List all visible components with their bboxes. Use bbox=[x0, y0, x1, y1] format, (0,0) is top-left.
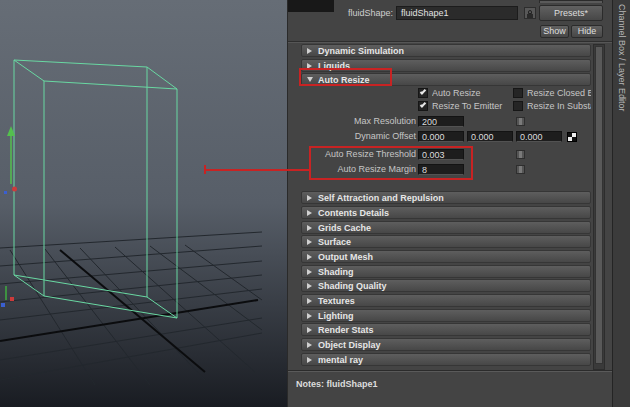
fluidshape-name-input[interactable]: fluidShape1 bbox=[396, 6, 518, 20]
chevron-right-icon bbox=[307, 254, 312, 260]
checkbox-label: Auto Resize bbox=[432, 87, 510, 100]
chevron-right-icon bbox=[307, 239, 312, 245]
checkbox-label: Resize Closed B bbox=[527, 87, 591, 100]
viewport-canvas bbox=[0, 0, 287, 407]
threshold-slider[interactable] bbox=[516, 150, 525, 159]
auto-resize-checkbox[interactable] bbox=[418, 88, 428, 98]
chevron-right-icon bbox=[307, 298, 312, 304]
chevron-right-icon bbox=[307, 283, 312, 289]
section-label: Dynamic Simulation bbox=[318, 46, 404, 56]
max-resolution-field[interactable]: 200 bbox=[418, 116, 464, 127]
section-mental-ray[interactable]: mental ray bbox=[301, 353, 591, 366]
section-object-display[interactable]: Object Display bbox=[301, 338, 591, 351]
section-label: Render Stats bbox=[318, 325, 374, 335]
chevron-right-icon bbox=[307, 313, 312, 319]
section-output-mesh[interactable]: Output Mesh bbox=[301, 250, 591, 263]
margin-slider[interactable] bbox=[516, 165, 525, 174]
resize-emitter-checkbox-row: Resize To Emitter Resize In Substa bbox=[288, 100, 591, 113]
max-resolution-row: Max Resolution 200 bbox=[288, 115, 591, 128]
annotation-leader-tick bbox=[204, 165, 206, 174]
resize-to-emitter-checkbox[interactable] bbox=[418, 101, 428, 111]
fluidshape-label: fluidShape: bbox=[296, 6, 393, 20]
section-label: Shading Quality bbox=[318, 281, 387, 291]
dynamic-offset-y-field[interactable]: 0.000 bbox=[467, 131, 513, 142]
chevron-right-icon bbox=[307, 342, 312, 348]
attribute-editor: fluidShape: fluidShape1 Presets* Show Hi… bbox=[287, 0, 612, 407]
divider bbox=[288, 41, 613, 43]
texture-map-button[interactable] bbox=[567, 132, 577, 142]
annotation-box-threshold-margin bbox=[309, 146, 473, 180]
checkbox-label: Resize To Emitter bbox=[432, 100, 510, 113]
chevron-right-icon bbox=[307, 48, 312, 54]
show-button[interactable]: Show bbox=[540, 25, 569, 38]
section-label: Shading bbox=[318, 267, 354, 277]
section-label: Textures bbox=[318, 296, 355, 306]
section-label: Grids Cache bbox=[318, 223, 371, 233]
section-shading-quality[interactable]: Shading Quality bbox=[301, 279, 591, 292]
dynamic-offset-z-field[interactable]: 0.000 bbox=[516, 131, 562, 142]
check-icon bbox=[420, 101, 426, 107]
presets-button[interactable]: Presets* bbox=[539, 5, 603, 21]
section-label: Object Display bbox=[318, 340, 381, 350]
scrollbar-thumb[interactable] bbox=[595, 46, 603, 364]
lock-icon[interactable] bbox=[524, 7, 536, 19]
annotation-box-auto-resize bbox=[299, 68, 392, 86]
section-grids-cache[interactable]: Grids Cache bbox=[301, 221, 591, 234]
annotation-leader-line bbox=[205, 169, 311, 171]
divider bbox=[288, 370, 613, 372]
section-surface[interactable]: Surface bbox=[301, 235, 591, 248]
section-label: Output Mesh bbox=[318, 252, 373, 262]
section-render-stats[interactable]: Render Stats bbox=[301, 323, 591, 336]
section-label: Surface bbox=[318, 237, 351, 247]
chevron-right-icon bbox=[307, 225, 312, 231]
channel-box-tab-label: Channel Box / Layer Editor bbox=[617, 4, 627, 112]
chevron-right-icon bbox=[307, 210, 312, 216]
chevron-right-icon bbox=[307, 195, 312, 201]
section-contents-details[interactable]: Contents Details bbox=[301, 206, 591, 219]
section-label: Lighting bbox=[318, 311, 354, 321]
dynamic-offset-label: Dynamic Offset bbox=[296, 130, 416, 143]
checkbox-label: Resize In Substa bbox=[527, 100, 591, 113]
hide-button[interactable]: Hide bbox=[571, 25, 603, 38]
section-shading[interactable]: Shading bbox=[301, 265, 591, 278]
max-resolution-label: Max Resolution bbox=[296, 115, 416, 128]
dynamic-offset-x-field[interactable]: 0.000 bbox=[418, 131, 464, 142]
section-dynamic-simulation[interactable]: Dynamic Simulation bbox=[301, 44, 591, 57]
section-label: Self Attraction and Repulsion bbox=[318, 193, 444, 203]
section-self-attraction[interactable]: Self Attraction and Repulsion bbox=[301, 191, 591, 204]
maya-window: fluidShape: fluidShape1 Presets* Show Hi… bbox=[0, 0, 630, 407]
section-label: mental ray bbox=[318, 355, 363, 365]
resize-closed-boundaries-checkbox[interactable] bbox=[513, 88, 523, 98]
max-resolution-slider[interactable] bbox=[516, 117, 525, 126]
section-textures[interactable]: Textures bbox=[301, 294, 591, 307]
viewport[interactable] bbox=[0, 0, 287, 407]
check-icon bbox=[420, 88, 426, 94]
section-lighting[interactable]: Lighting bbox=[301, 309, 591, 322]
focus-button-partial[interactable] bbox=[539, 0, 603, 3]
resize-in-substeps-checkbox[interactable] bbox=[513, 101, 523, 111]
chevron-right-icon bbox=[307, 357, 312, 363]
channel-box-tab[interactable]: Channel Box / Layer Editor bbox=[612, 0, 630, 407]
notes-label: Notes: fluidShape1 bbox=[296, 378, 378, 391]
scrollbar-track[interactable] bbox=[593, 44, 605, 370]
dynamic-offset-row: Dynamic Offset 0.000 0.000 0.000 bbox=[288, 130, 591, 143]
chevron-right-icon bbox=[307, 327, 312, 333]
section-label: Contents Details bbox=[318, 208, 389, 218]
chevron-right-icon bbox=[307, 269, 312, 275]
auto-resize-checkbox-row: Auto Resize Resize Closed B bbox=[288, 87, 591, 100]
